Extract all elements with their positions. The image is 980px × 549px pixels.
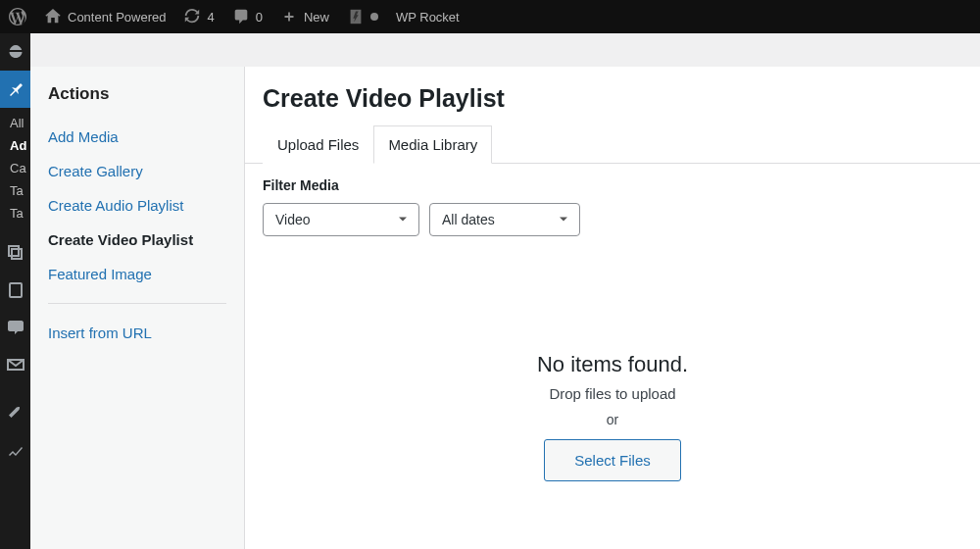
plus-icon — [280, 8, 298, 25]
wp-admin-sidebar: All Ad Ca Ta Ta — [0, 33, 30, 549]
new-label: New — [304, 10, 329, 25]
chart-icon — [6, 441, 25, 461]
sidebar-submenu: All Ad Ca Ta Ta — [0, 108, 30, 234]
yoast-link[interactable] — [338, 0, 387, 33]
mail-icon — [6, 355, 25, 374]
submenu-cat[interactable]: Ca — [10, 157, 30, 179]
sidebar-item-posts[interactable] — [0, 71, 30, 108]
empty-state: No items found. Drop files to upload or … — [245, 254, 980, 549]
updates-count: 4 — [207, 10, 214, 25]
submenu-tag[interactable]: Ta — [10, 179, 30, 202]
comments-count: 0 — [256, 10, 263, 25]
sidebar-item-pages[interactable] — [0, 272, 30, 309]
select-files-button[interactable]: Select Files — [544, 439, 681, 481]
tab-media-library[interactable]: Media Library — [373, 125, 492, 164]
refresh-icon — [183, 8, 201, 25]
submenu-tag2[interactable]: Ta — [10, 202, 30, 225]
site-home-link[interactable]: Content Powered — [35, 0, 174, 33]
updates-link[interactable]: 4 — [174, 0, 222, 33]
wrench-icon — [6, 404, 25, 424]
actions-panel: Actions Add Media Create Gallery Create … — [30, 67, 245, 549]
wp-logo[interactable] — [0, 0, 35, 33]
media-main: Create Video Playlist Upload Files Media… — [245, 67, 980, 549]
empty-title: No items found. — [537, 352, 688, 377]
action-featured-image[interactable]: Featured Image — [48, 257, 226, 291]
media-tabs: Upload Files Media Library — [245, 125, 980, 164]
pin-icon — [6, 79, 25, 99]
media-icon — [6, 243, 25, 263]
home-icon — [44, 8, 62, 25]
comments-icon — [6, 318, 25, 337]
chevron-down-icon — [556, 212, 571, 227]
wordpress-icon — [9, 8, 26, 25]
filter-date-value: All dates — [442, 212, 495, 227]
sidebar-item-dashboard[interactable] — [0, 33, 30, 71]
yoast-status-dot — [370, 13, 378, 21]
yoast-icon — [347, 8, 365, 25]
dashboard-icon — [6, 42, 25, 62]
sidebar-item-analytics[interactable] — [0, 432, 30, 470]
empty-or: or — [607, 412, 618, 427]
submenu-add[interactable]: Ad — [10, 134, 30, 157]
action-create-audio-playlist[interactable]: Create Audio Playlist — [48, 188, 226, 223]
sidebar-item-media[interactable] — [0, 234, 30, 272]
comment-icon — [232, 8, 250, 25]
svg-rect-0 — [10, 283, 22, 297]
filter-row: Filter Media Video All dates — [245, 164, 980, 254]
sidebar-item-mail[interactable] — [0, 346, 30, 383]
media-modal: Actions Add Media Create Gallery Create … — [30, 67, 980, 549]
admin-bar: Content Powered 4 0 New WP Rocket — [0, 0, 980, 33]
action-create-video-playlist[interactable]: Create Video Playlist — [48, 223, 226, 257]
action-insert-from-url[interactable]: Insert from URL — [48, 316, 226, 350]
action-create-gallery[interactable]: Create Gallery — [48, 154, 226, 188]
filter-date-select[interactable]: All dates — [429, 203, 580, 236]
filter-type-select[interactable]: Video — [263, 203, 419, 236]
sidebar-item-comments[interactable] — [0, 309, 30, 346]
submenu-all[interactable]: All — [10, 112, 30, 134]
wp-rocket-link[interactable]: WP Rocket — [387, 0, 468, 33]
filter-type-value: Video — [275, 212, 311, 227]
filter-label: Filter Media — [263, 177, 962, 193]
comments-link[interactable]: 0 — [223, 0, 271, 33]
empty-subtitle: Drop files to upload — [549, 385, 675, 402]
action-add-media[interactable]: Add Media — [48, 120, 226, 154]
actions-heading: Actions — [48, 84, 226, 104]
site-name: Content Powered — [68, 10, 166, 25]
wp-rocket-label: WP Rocket — [396, 10, 460, 25]
new-content-link[interactable]: New — [271, 0, 338, 33]
chevron-down-icon — [395, 212, 411, 227]
pages-icon — [6, 280, 25, 300]
media-title: Create Video Playlist — [245, 67, 980, 125]
sidebar-item-tools[interactable] — [0, 395, 30, 432]
tab-upload-files[interactable]: Upload Files — [263, 125, 373, 164]
actions-separator — [48, 303, 226, 304]
